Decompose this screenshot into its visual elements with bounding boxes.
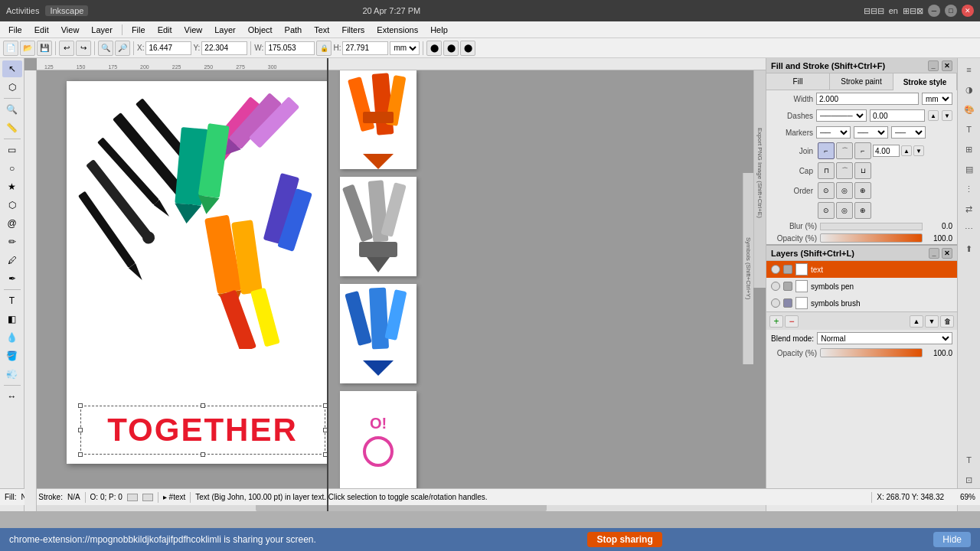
fr-transform[interactable]: ⇄ — [960, 200, 978, 218]
menu-help[interactable]: Help — [425, 24, 453, 36]
open-button[interactable]: 📂 — [20, 41, 35, 56]
menu-layer1[interactable]: Layer — [86, 24, 118, 36]
artboard-3[interactable] — [340, 284, 416, 383]
redo-button[interactable]: ↪ — [76, 41, 91, 56]
marker-mid[interactable]: ── — [854, 126, 888, 139]
add-layer-btn[interactable]: + — [769, 315, 783, 328]
y-input[interactable] — [201, 41, 247, 55]
layer-pen-lock[interactable] — [783, 282, 792, 291]
fr-nodes[interactable]: ⋯ — [960, 220, 978, 238]
join-value-input[interactable] — [873, 145, 900, 157]
gradient-tool[interactable]: ◧ — [2, 311, 22, 328]
new-button[interactable]: 📄 — [3, 41, 18, 56]
layer-del-btn[interactable]: 🗑 — [940, 315, 954, 328]
fr-align[interactable]: ⋮ — [960, 180, 978, 198]
handle-ml[interactable] — [78, 428, 83, 432]
layer-up-btn[interactable]: ▲ — [910, 315, 923, 328]
handle-tm[interactable] — [201, 403, 205, 408]
paint-bucket-tool[interactable]: 🪣 — [2, 347, 22, 364]
dropper-tool[interactable]: 💧 — [2, 329, 22, 346]
text-tool[interactable]: T — [2, 292, 22, 309]
width-unit-select[interactable]: mmpx — [922, 93, 952, 105]
maximize-button[interactable]: □ — [945, 5, 957, 17]
tab-fill[interactable]: Fill — [766, 73, 830, 90]
dashes-up[interactable]: ▲ — [928, 110, 939, 121]
menu-layer2[interactable]: Layer — [209, 24, 241, 36]
fill-stroke-close[interactable]: ✕ — [942, 60, 952, 71]
callig-tool[interactable]: ✒ — [2, 270, 22, 287]
artboard-4[interactable]: O! — [340, 391, 416, 491]
tab-stroke-paint[interactable]: Stroke paint — [830, 73, 893, 90]
canvas-area[interactable]: 125 150 175 200 225 250 275 300 — [24, 58, 766, 511]
pen-tool[interactable]: 🖊 — [2, 252, 22, 269]
layers-minimize[interactable]: _ — [929, 248, 939, 259]
artboard-2[interactable] — [340, 177, 416, 276]
fr-symbols[interactable]: T — [960, 120, 978, 139]
join-bevel-btn[interactable]: ⌐ — [854, 142, 871, 159]
menu-object[interactable]: Object — [243, 24, 278, 36]
canvas-document[interactable]: TOGETHER — [67, 81, 338, 464]
select-tool[interactable]: ↖ — [2, 60, 22, 77]
layer-symbols-pen[interactable]: symbols pen — [766, 278, 957, 295]
menu-file2[interactable]: File — [126, 24, 151, 36]
layer-text-lock[interactable] — [783, 265, 792, 274]
marker-end[interactable]: ── — [891, 126, 926, 139]
zoom-out-button[interactable]: 🔎 — [115, 41, 130, 56]
layer-text-eye[interactable] — [771, 265, 780, 274]
layer-symbols-brush[interactable]: symbols brush — [766, 295, 957, 311]
minimize-button[interactable]: ─ — [928, 5, 940, 17]
activities-label[interactable]: Activities — [6, 6, 39, 15]
spiral-tool[interactable]: @ — [2, 215, 22, 232]
align-right-button[interactable]: ⬤ — [460, 41, 475, 56]
cap-square-btn[interactable]: ⊔ — [854, 162, 871, 179]
layers-close[interactable]: ✕ — [942, 248, 952, 259]
close-button[interactable]: ✕ — [962, 5, 974, 17]
menu-text[interactable]: Text — [309, 24, 335, 36]
layer-text[interactable]: text — [766, 261, 957, 278]
remove-layer-btn[interactable]: − — [785, 315, 799, 328]
inkscape-label[interactable]: Inkscape — [45, 5, 88, 16]
rect-tool[interactable]: ▭ — [2, 142, 22, 158]
order-extra3[interactable]: ⊕ — [854, 202, 871, 219]
h-input[interactable] — [342, 41, 388, 55]
blur-slider[interactable] — [820, 223, 923, 230]
join-up[interactable]: ▲ — [901, 145, 912, 156]
fr-export[interactable]: ⬆ — [960, 240, 978, 258]
measure-tool[interactable]: 📏 — [2, 119, 22, 136]
order-markers2-btn[interactable]: ⊕ — [854, 182, 871, 199]
layer-brush-eye[interactable] — [771, 298, 780, 308]
star-tool[interactable]: ★ — [2, 178, 22, 195]
width-input[interactable] — [816, 93, 919, 105]
tab-stroke-style[interactable]: Stroke style — [893, 73, 957, 90]
blend-select[interactable]: NormalMultiplyScreen — [817, 332, 952, 344]
ellipse-tool[interactable]: ○ — [2, 160, 22, 177]
menu-view2[interactable]: View — [179, 24, 208, 36]
undo-button[interactable]: ↩ — [59, 41, 74, 56]
menu-edit1[interactable]: Edit — [29, 24, 54, 36]
layer-pen-eye[interactable] — [771, 282, 780, 291]
zoom-tool[interactable]: 🔍 — [2, 101, 22, 118]
cap-butt-btn[interactable]: ⊓ — [818, 162, 835, 179]
fr-extra2[interactable]: ⊡ — [960, 471, 978, 489]
artboard-1[interactable] — [340, 70, 416, 169]
layer-brush-lock[interactable] — [783, 298, 792, 308]
order-extra1[interactable]: ⊙ — [818, 202, 835, 219]
join-down[interactable]: ▼ — [913, 145, 924, 156]
stop-sharing-button[interactable]: Stop sharing — [587, 532, 662, 547]
handle-bl[interactable] — [78, 452, 83, 457]
menu-view1[interactable]: View — [56, 24, 85, 36]
units-select[interactable]: mmpxpt — [390, 41, 420, 55]
spray-tool[interactable]: 💨 — [2, 366, 22, 383]
layer-opacity-slider[interactable] — [820, 348, 923, 357]
fr-swatches[interactable]: 🎨 — [960, 100, 978, 119]
3d-box-tool[interactable]: ⬡ — [2, 197, 22, 214]
dashes-select[interactable]: ────── — [816, 109, 867, 122]
save-button[interactable]: 💾 — [37, 41, 52, 56]
menu-filters[interactable]: Filters — [336, 24, 370, 36]
menu-edit2[interactable]: Edit — [152, 24, 178, 36]
x-input[interactable] — [145, 41, 191, 55]
zoom-in-button[interactable]: 🔍 — [98, 41, 113, 56]
pencil-tool[interactable]: ✏ — [2, 233, 22, 250]
fill-stroke-minimize[interactable]: _ — [928, 60, 939, 71]
hide-button[interactable]: Hide — [933, 532, 971, 547]
